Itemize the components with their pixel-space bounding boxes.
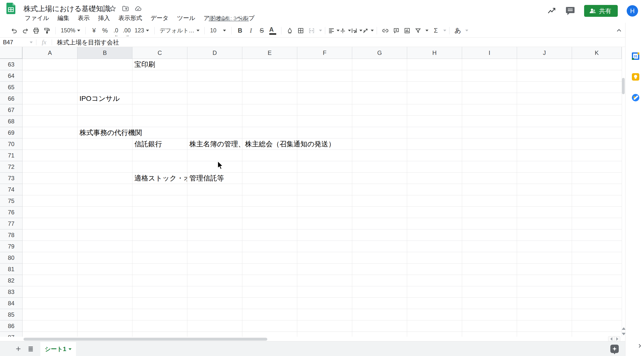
row-header-79[interactable]: 79: [0, 241, 22, 252]
name-box[interactable]: B47: [0, 38, 36, 47]
row-header-81[interactable]: 81: [0, 264, 22, 275]
hide-menus-chevron-icon[interactable]: [615, 27, 623, 34]
row-header-78[interactable]: 78: [0, 229, 22, 241]
last-edit-link[interactable]: 最終編集: 3 分前: [209, 15, 249, 22]
column-header-K[interactable]: K: [572, 47, 622, 59]
horizontal-align-button[interactable]: [328, 25, 340, 36]
sheets-logo-icon[interactable]: [6, 3, 15, 14]
input-method-button[interactable]: あ: [452, 25, 463, 36]
row-header-67[interactable]: 67: [0, 104, 22, 116]
sheet-tab-menu-caret[interactable]: [68, 348, 72, 350]
row-header-73[interactable]: 73: [0, 173, 22, 184]
column-header-E[interactable]: E: [242, 47, 297, 59]
cell-D70[interactable]: 株主名簿の管理、株主総会（召集通知の発送）: [187, 139, 335, 150]
google-keep-icon[interactable]: [632, 73, 640, 81]
menu-3[interactable]: 挿入: [98, 14, 110, 22]
column-header-H[interactable]: H: [407, 47, 462, 59]
row-header-68[interactable]: 68: [0, 116, 22, 127]
row-header-82[interactable]: 82: [0, 275, 22, 286]
column-header-F[interactable]: F: [297, 47, 352, 59]
vertical-scrollbar-thumb[interactable]: [622, 78, 625, 94]
google-calendar-icon[interactable]: 31: [632, 52, 640, 60]
paint-format-button[interactable]: [42, 25, 52, 36]
sheet-tab-active[interactable]: シート1: [40, 342, 76, 356]
menu-2[interactable]: 表示: [78, 14, 90, 22]
star-icon[interactable]: [109, 5, 116, 12]
row-header-87[interactable]: 87: [0, 332, 22, 337]
font-size-select[interactable]: 10: [208, 25, 228, 36]
row-header-71[interactable]: 71: [0, 150, 22, 161]
menu-5[interactable]: データ: [150, 14, 168, 22]
undo-button[interactable]: [9, 25, 20, 36]
italic-button[interactable]: I: [246, 25, 256, 36]
show-side-panel-chevron-icon[interactable]: [636, 343, 643, 349]
row-header-69[interactable]: 69: [0, 127, 22, 139]
column-header-C[interactable]: C: [132, 47, 187, 59]
merge-cells-button[interactable]: [306, 25, 317, 36]
move-to-folder-icon[interactable]: [122, 5, 129, 12]
formula-input[interactable]: 株式上場を目指す会社: [57, 38, 119, 46]
print-button[interactable]: [31, 25, 42, 36]
bold-button[interactable]: B: [235, 25, 246, 36]
menu-0[interactable]: ファイル: [25, 14, 49, 22]
scroll-right-button[interactable]: [614, 336, 620, 342]
account-avatar[interactable]: H: [627, 5, 638, 16]
row-header-84[interactable]: 84: [0, 298, 22, 309]
font-family-select[interactable]: デフォルト…: [158, 25, 202, 36]
column-header-J[interactable]: J: [517, 47, 572, 59]
document-title[interactable]: 株式上場における基礎知識: [24, 4, 110, 14]
text-rotation-button[interactable]: [362, 25, 374, 36]
row-header-80[interactable]: 80: [0, 252, 22, 264]
menu-1[interactable]: 編集: [58, 14, 69, 22]
format-percent-button[interactable]: %: [100, 25, 110, 36]
merge-options-caret[interactable]: [319, 30, 322, 31]
zoom-select[interactable]: 150%: [59, 25, 82, 36]
row-header-65[interactable]: 65: [0, 82, 22, 93]
cell-C73[interactable]: 適格ストック・オ: [132, 173, 187, 184]
row-header-74[interactable]: 74: [0, 184, 22, 195]
explore-button[interactable]: [610, 345, 619, 353]
spreadsheet-grid[interactable]: ABCDEFGHIJK 6364656667686970717273747576…: [0, 47, 625, 337]
row-header-75[interactable]: 75: [0, 195, 22, 207]
strikethrough-button[interactable]: S: [256, 25, 267, 36]
row-header-76[interactable]: 76: [0, 207, 22, 218]
cell-B66[interactable]: IPOコンサル: [78, 93, 120, 104]
all-sheets-button[interactable]: [25, 343, 36, 354]
row-header-85[interactable]: 85: [0, 309, 22, 320]
row-header-77[interactable]: 77: [0, 218, 22, 229]
text-wrap-button[interactable]: [351, 25, 362, 36]
menu-6[interactable]: ツール: [177, 14, 195, 22]
cell-C70[interactable]: 信託銀行: [132, 139, 162, 150]
row-header-72[interactable]: 72: [0, 161, 22, 173]
format-currency-button[interactable]: ¥: [88, 25, 100, 36]
share-button[interactable]: 共有: [584, 5, 618, 17]
cell-C63[interactable]: 宝印刷: [132, 59, 155, 70]
cloud-saved-icon[interactable]: [134, 5, 142, 12]
row-header-66[interactable]: 66: [0, 93, 22, 104]
filter-views-caret[interactable]: [426, 30, 428, 31]
create-filter-button[interactable]: [412, 25, 424, 36]
column-header-A[interactable]: A: [22, 47, 78, 59]
row-header-63[interactable]: 63: [0, 59, 22, 70]
comment-history-icon[interactable]: [565, 6, 575, 15]
column-header-D[interactable]: D: [187, 47, 242, 59]
cell-B69[interactable]: 株式事務の代行機関: [78, 127, 142, 139]
row-header-70[interactable]: 70: [0, 139, 22, 150]
functions-caret[interactable]: [443, 30, 446, 31]
borders-button[interactable]: [295, 25, 306, 36]
column-header-B[interactable]: B: [78, 47, 132, 59]
row-header-86[interactable]: 86: [0, 320, 22, 332]
insert-comment-button[interactable]: [391, 25, 402, 36]
scroll-left-button[interactable]: [608, 336, 614, 342]
select-all-corner[interactable]: [0, 47, 22, 59]
decrease-decimal-button[interactable]: .0←: [110, 25, 121, 36]
vertical-align-button[interactable]: [340, 25, 351, 36]
row-header-64[interactable]: 64: [0, 70, 22, 82]
fill-color-button[interactable]: [284, 25, 295, 36]
menu-4[interactable]: 表示形式: [118, 14, 142, 22]
increase-decimal-button[interactable]: .00→: [121, 25, 132, 36]
google-tasks-icon[interactable]: [632, 93, 640, 102]
cell-D73[interactable]: 管理信託等: [187, 173, 224, 184]
spreadsheet-activity-icon[interactable]: [548, 7, 556, 14]
insert-chart-button[interactable]: [402, 25, 412, 36]
